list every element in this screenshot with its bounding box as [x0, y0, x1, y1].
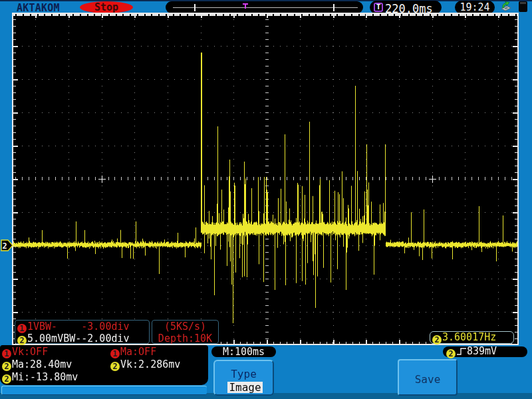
channel2-position-marker: 2	[1, 239, 13, 251]
frequency-readout: 23.60017Hz	[430, 331, 514, 344]
svg-text:2: 2	[2, 241, 7, 251]
trigger-position-ruler	[166, 1, 363, 13]
channel-settings-box: 11VBW- -3.00div 25.00mVBW--2.00div	[15, 320, 150, 344]
trigger-time-icon: T	[374, 3, 383, 12]
type-selected-value[interactable]: Image	[227, 382, 263, 393]
measurement-vk-ch2: Vk:2.286mv	[120, 358, 180, 370]
meas-badge: 2	[2, 374, 11, 384]
timebase-readout: M:100ms	[211, 346, 276, 357]
type-label: Type	[215, 368, 273, 380]
trigger-level-readout: 2839mV	[443, 346, 527, 357]
type-menu-button[interactable]: Type Image	[213, 360, 274, 396]
measurement-vk-ch1: Vk:OFF	[12, 346, 48, 358]
window-right-tick	[333, 4, 334, 11]
waveform-canvas	[13, 14, 517, 344]
meas-badge: 2	[2, 362, 11, 371]
waveform-display	[12, 13, 519, 345]
trigger-channel-badge: 2	[446, 349, 456, 358]
frequency-value: 3.60017Hz	[442, 331, 496, 343]
trigger-level-value: 839mV	[467, 345, 497, 357]
measurement-ma-ch1: Ma:OFF	[120, 346, 156, 358]
measurement-ma-ch2: Ma:28.40mv	[12, 358, 72, 370]
rising-edge-icon	[456, 347, 467, 356]
measurements-panel: 1Vk:OFF1Ma:OFF 2Ma:28.40mv2Vk:2.286mv 2M…	[0, 345, 208, 385]
memory-depth: Depth:10K	[152, 332, 218, 344]
ch1-settings: 1VBW- -3.00div	[27, 321, 130, 332]
device-icon	[519, 1, 527, 12]
trigger-time-readout: T 220.0ms	[370, 1, 442, 14]
window-left-tick	[194, 4, 196, 11]
trigger-position-marker-icon	[243, 3, 248, 9]
acquisition-info-box: (5KS/s) Depth:10K	[152, 320, 219, 344]
sample-rate: (5KS/s)	[152, 321, 218, 332]
measurement-mi-ch2: Mi:-13.80mv	[12, 371, 78, 383]
save-button[interactable]: Save	[398, 359, 458, 396]
ch2-settings: 5.00mVBW--2.00div	[27, 332, 130, 344]
record-length-line	[173, 7, 358, 8]
meas-badge: 1	[2, 349, 11, 358]
ch2-badge: 2	[17, 336, 27, 345]
clock: 19:24	[455, 1, 495, 14]
meas-badge: 1	[110, 349, 120, 358]
acquisition-status-badge: Stop	[80, 1, 133, 13]
ch1-badge: 1	[17, 324, 27, 333]
freq-channel-badge: 2	[432, 335, 442, 344]
meas-badge: 2	[110, 362, 120, 371]
menu-bar-left	[1, 386, 207, 395]
save-label: Save	[399, 373, 456, 386]
